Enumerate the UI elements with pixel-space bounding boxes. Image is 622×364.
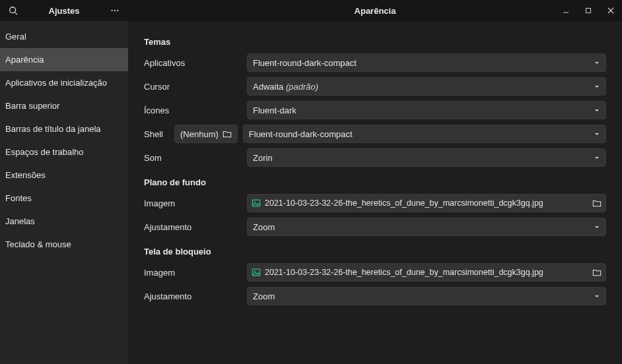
- row-apps: Aplicativos Fluent-round-dark-compact: [144, 53, 606, 72]
- combo-shell[interactable]: Fluent-round-dark-compact: [243, 125, 606, 143]
- more-button[interactable]: [107, 3, 123, 18]
- shell-file-label: (Nenhum): [180, 129, 219, 139]
- combo-lockscreen-fit[interactable]: Zoom: [247, 287, 606, 305]
- chevron-down-icon: [594, 107, 600, 113]
- label-background-image: Imagem: [144, 198, 242, 208]
- chevron-down-icon: [594, 59, 600, 66]
- sidebar-item-label: Aparência: [5, 55, 44, 65]
- sidebar-item[interactable]: Geral: [0, 25, 128, 48]
- svg-point-12: [254, 270, 256, 272]
- titlebar-left: Ajustes: [0, 0, 128, 21]
- window-close-button[interactable]: [600, 0, 622, 21]
- search-button[interactable]: [5, 3, 21, 18]
- combo-icons-value: Fluent-dark: [253, 106, 594, 115]
- svg-point-3: [114, 10, 116, 11]
- row-cursor: Cursor Adwaita (padrão): [144, 77, 606, 96]
- sidebar-item-label: Teclado & mouse: [5, 239, 71, 249]
- sidebar-item[interactable]: Aplicativos de inicialização: [0, 71, 128, 94]
- folder-icon: [592, 268, 602, 277]
- chevron-down-icon: [594, 224, 600, 230]
- minimize-icon: [563, 7, 569, 14]
- sidebar-item-label: Espaços de trabalho: [5, 147, 84, 157]
- chevron-down-icon: [594, 131, 600, 137]
- combo-background-fit-value: Zoom: [253, 222, 594, 232]
- label-cursor: Cursor: [144, 82, 242, 92]
- window-controls: [555, 0, 622, 21]
- file-picker-background[interactable]: 2021-10-03-23-32-26-the_heretics_of_dune…: [247, 194, 606, 212]
- image-icon: [252, 198, 261, 208]
- sidebar-item[interactable]: Teclado & mouse: [0, 233, 128, 256]
- combo-apps[interactable]: Fluent-round-dark-compact: [247, 53, 606, 72]
- row-background-fit: Ajustamento Zoom: [144, 218, 606, 236]
- label-lockscreen-image: Imagem: [144, 268, 242, 278]
- page-title: Aparência: [128, 6, 622, 16]
- sidebar-item-label: Janelas: [5, 216, 35, 226]
- row-lockscreen-image: Imagem 2021-10-03-23-32-26-the_heretics_…: [144, 263, 606, 282]
- window-minimize-button[interactable]: [555, 0, 577, 21]
- sidebar-item[interactable]: Extensões: [0, 164, 128, 187]
- content-area: Temas Aplicativos Fluent-round-dark-comp…: [128, 21, 622, 364]
- sidebar-item-label: Geral: [5, 32, 26, 42]
- combo-background-fit[interactable]: Zoom: [247, 218, 606, 236]
- shell-file-button[interactable]: (Nenhum): [174, 125, 238, 143]
- sidebar-item[interactable]: Aparência: [0, 48, 128, 71]
- combo-lockscreen-fit-value: Zoom: [253, 291, 594, 301]
- svg-rect-9: [252, 200, 259, 206]
- svg-point-2: [111, 10, 112, 11]
- svg-rect-6: [586, 9, 591, 13]
- row-sound: Som Zorin: [144, 148, 606, 167]
- sidebar: GeralAparênciaAplicativos de inicializaç…: [0, 21, 128, 364]
- row-lockscreen-fit: Ajustamento Zoom: [144, 287, 606, 305]
- titlebar: Ajustes Aparência: [0, 0, 622, 21]
- section-title-lockscreen: Tela de bloqueio: [144, 247, 606, 257]
- search-icon: [9, 6, 18, 15]
- app-title: Ajustes: [26, 6, 102, 16]
- combo-cursor-value: Adwaita (padrão): [253, 82, 594, 92]
- sidebar-item-label: Fontes: [5, 193, 32, 203]
- row-icons: Ícones Fluent-dark: [144, 101, 606, 119]
- label-background-fit: Ajustamento: [144, 222, 242, 232]
- file-picker-lockscreen[interactable]: 2021-10-03-23-32-26-the_heretics_of_dune…: [247, 263, 606, 282]
- sidebar-item[interactable]: Barras de título da janela: [0, 117, 128, 140]
- chevron-down-icon: [594, 83, 600, 90]
- image-icon: [252, 268, 261, 277]
- svg-point-0: [10, 7, 16, 13]
- section-title-themes: Temas: [144, 37, 606, 47]
- sidebar-item[interactable]: Espaços de trabalho: [0, 140, 128, 164]
- row-shell: Shell (Nenhum) Fluent-round-dark-compact: [144, 125, 606, 143]
- sidebar-item[interactable]: Fontes: [0, 187, 128, 210]
- titlebar-right: Aparência: [128, 0, 622, 21]
- label-icons: Ícones: [144, 106, 242, 115]
- svg-point-10: [254, 201, 256, 202]
- label-lockscreen-fit: Ajustamento: [144, 291, 242, 301]
- combo-cursor[interactable]: Adwaita (padrão): [247, 77, 606, 96]
- file-name-lockscreen: 2021-10-03-23-32-26-the_heretics_of_dune…: [265, 268, 588, 277]
- sidebar-item-label: Barras de título da janela: [5, 124, 101, 134]
- maximize-icon: [585, 7, 592, 14]
- combo-sound-value: Zorin: [253, 153, 594, 163]
- folder-icon: [592, 198, 602, 208]
- sidebar-item[interactable]: Janelas: [0, 210, 128, 233]
- combo-icons[interactable]: Fluent-dark: [247, 101, 606, 119]
- label-sound: Som: [144, 153, 242, 163]
- label-apps: Aplicativos: [144, 58, 242, 68]
- window-maximize-button[interactable]: [577, 0, 600, 21]
- chevron-down-icon: [594, 293, 600, 299]
- close-icon: [607, 7, 614, 14]
- chevron-down-icon: [594, 154, 600, 161]
- svg-rect-11: [252, 269, 259, 276]
- sidebar-item-label: Aplicativos de inicialização: [5, 78, 107, 88]
- section-title-background: Plano de fundo: [144, 177, 606, 187]
- file-name-background: 2021-10-03-23-32-26-the_heretics_of_dune…: [265, 198, 588, 208]
- svg-line-1: [15, 13, 18, 15]
- sidebar-item[interactable]: Barra superior: [0, 94, 128, 117]
- svg-point-4: [117, 10, 118, 11]
- combo-shell-value: Fluent-round-dark-compact: [249, 129, 594, 139]
- sidebar-item-label: Barra superior: [5, 101, 59, 111]
- row-background-image: Imagem 2021-10-03-23-32-26-the_heretics_…: [144, 194, 606, 212]
- more-horizontal-icon: [110, 6, 120, 15]
- label-shell: Shell: [144, 129, 169, 139]
- combo-sound[interactable]: Zorin: [247, 148, 606, 167]
- folder-icon: [223, 129, 232, 138]
- combo-apps-value: Fluent-round-dark-compact: [253, 58, 594, 68]
